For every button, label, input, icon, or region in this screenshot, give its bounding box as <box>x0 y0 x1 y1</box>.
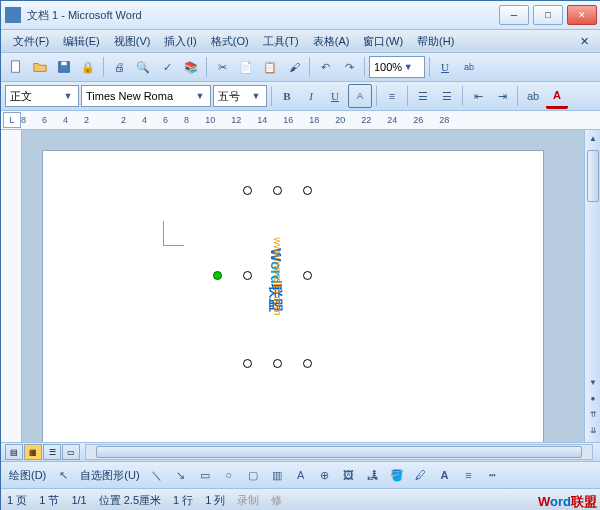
selection-handle-br[interactable] <box>303 359 312 368</box>
highlight-button[interactable]: ab <box>522 85 544 107</box>
next-page-icon[interactable]: ⇊ <box>585 422 600 438</box>
selection-handle-mr[interactable] <box>303 271 312 280</box>
horizontal-scrollbar[interactable] <box>85 444 593 460</box>
autoshapes-menu[interactable]: 自选图形(U) <box>76 468 143 483</box>
numbered-list-button[interactable]: ☰ <box>412 85 434 107</box>
bold-button[interactable]: B <box>276 85 298 107</box>
align-justify-button[interactable]: ≡ <box>381 85 403 107</box>
scroll-down-icon[interactable]: ▼ <box>585 374 600 390</box>
tab-selector[interactable]: L <box>3 112 21 128</box>
increase-indent-button[interactable]: ⇥ <box>491 85 513 107</box>
menu-help[interactable]: 帮助(H) <box>411 32 460 51</box>
open-button[interactable] <box>29 56 51 78</box>
view-controls: ▤ ▦ ☰ ▭ <box>1 442 600 461</box>
fill-color-button[interactable]: 🪣 <box>386 464 408 486</box>
char-shading-button[interactable]: ab <box>458 56 480 78</box>
menu-tools[interactable]: 工具(T) <box>257 32 305 51</box>
maximize-button[interactable]: □ <box>533 5 563 25</box>
dash-style-button[interactable]: ┅ <box>482 464 504 486</box>
page: Word联盟 www.wordlm.com <box>42 150 544 442</box>
status-rev: 修 <box>271 493 282 508</box>
font-dropdown[interactable]: Times New Roma▼ <box>81 85 211 107</box>
new-doc-button[interactable] <box>5 56 27 78</box>
window-title: 文档 1 - Microsoft Word <box>27 8 499 23</box>
underline-quick-button[interactable]: U <box>434 56 456 78</box>
fontsize-dropdown[interactable]: 五号▼ <box>213 85 267 107</box>
selection-handle-tr[interactable] <box>303 186 312 195</box>
oval-button[interactable]: ○ <box>218 464 240 486</box>
outline-view-button[interactable]: ☰ <box>43 444 61 460</box>
status-pages: 1/1 <box>71 494 86 506</box>
scroll-up-icon[interactable]: ▲ <box>585 130 600 146</box>
line-button[interactable]: ＼ <box>146 464 168 486</box>
rectangle-button[interactable]: ▭ <box>194 464 216 486</box>
selection-handle-ml[interactable] <box>243 271 252 280</box>
print-preview-button[interactable]: 🔍 <box>132 56 154 78</box>
vertical-scrollbar[interactable]: ▲ ▼ ● ⇈ ⇊ <box>584 130 600 442</box>
rotation-handle[interactable] <box>213 271 222 280</box>
browse-object-icon[interactable]: ● <box>585 390 600 406</box>
font-color-draw-button[interactable]: A <box>434 464 456 486</box>
ruler-ticks: 8642246810121416182022242628 <box>21 115 449 125</box>
redo-button[interactable]: ↷ <box>338 56 360 78</box>
page-layout-view-button[interactable]: ▦ <box>24 444 42 460</box>
minimize-button[interactable]: ─ <box>499 5 529 25</box>
italic-button[interactable]: I <box>300 85 322 107</box>
menu-file[interactable]: 文件(F) <box>7 32 55 51</box>
horizontal-ruler[interactable]: L 8642246810121416182022242628 <box>1 111 600 130</box>
font-color-button[interactable]: A <box>546 84 568 109</box>
hscroll-thumb[interactable] <box>96 446 582 458</box>
diagram-button[interactable]: ⊕ <box>314 464 336 486</box>
undo-button[interactable]: ↶ <box>314 56 336 78</box>
reading-view-button[interactable]: ▭ <box>62 444 80 460</box>
svg-rect-2 <box>61 62 66 66</box>
document-canvas[interactable]: Word联盟 www.wordlm.com 图片 ▼✕ 🖼 ◧ ◐ ◑ ☀ ✱ … <box>22 130 600 442</box>
decrease-indent-button[interactable]: ⇤ <box>467 85 489 107</box>
prev-page-icon[interactable]: ⇈ <box>585 406 600 422</box>
app-window: 文档 1 - Microsoft Word ─ □ ✕ 文件(F) 编辑(E) … <box>0 0 600 510</box>
vertical-textbox-button[interactable]: ▥ <box>266 464 288 486</box>
select-objects-button[interactable]: ↖ <box>52 464 74 486</box>
menu-table[interactable]: 表格(A) <box>307 32 356 51</box>
standard-toolbar: 🔒 🖨 🔍 ✓ 📚 ✂ 📄 📋 🖌 ↶ ↷ 100%▼ U ab <box>1 53 600 82</box>
vertical-ruler[interactable] <box>1 130 22 442</box>
menu-insert[interactable]: 插入(I) <box>158 32 202 51</box>
clipart-button[interactable]: 🖼 <box>338 464 360 486</box>
spelling-button[interactable]: ✓ <box>156 56 178 78</box>
format-painter-button[interactable]: 🖌 <box>283 56 305 78</box>
menu-format[interactable]: 格式(O) <box>205 32 255 51</box>
zoom-dropdown[interactable]: 100%▼ <box>369 56 425 78</box>
menu-view[interactable]: 视图(V) <box>108 32 157 51</box>
bullet-list-button[interactable]: ☰ <box>436 85 458 107</box>
line-color-button[interactable]: 🖊 <box>410 464 432 486</box>
insert-picture-draw-button[interactable]: 🏞 <box>362 464 384 486</box>
paste-button[interactable]: 📋 <box>259 56 281 78</box>
copy-button[interactable]: 📄 <box>235 56 257 78</box>
menu-close-doc[interactable]: ✕ <box>574 33 595 50</box>
formatting-toolbar: 正文▼ Times New Roma▼ 五号▼ B I U A ≡ ☰ ☰ ⇤ … <box>1 82 600 111</box>
wordart-button[interactable]: A <box>290 464 312 486</box>
close-button[interactable]: ✕ <box>567 5 597 25</box>
permissions-button[interactable]: 🔒 <box>77 56 99 78</box>
status-line: 1 行 <box>173 493 193 508</box>
textbox-button[interactable]: ▢ <box>242 464 264 486</box>
save-button[interactable] <box>53 56 75 78</box>
menu-window[interactable]: 窗口(W) <box>357 32 409 51</box>
print-button[interactable]: 🖨 <box>108 56 130 78</box>
line-style-draw-button[interactable]: ≡ <box>458 464 480 486</box>
draw-menu[interactable]: 绘图(D) <box>5 468 50 483</box>
underline-button[interactable]: U <box>324 85 346 107</box>
normal-view-button[interactable]: ▤ <box>5 444 23 460</box>
selection-handle-bm[interactable] <box>273 359 282 368</box>
char-border-button[interactable]: A <box>348 84 372 108</box>
research-button[interactable]: 📚 <box>180 56 202 78</box>
selection-handle-tl[interactable] <box>243 186 252 195</box>
arrow-button[interactable]: ↘ <box>170 464 192 486</box>
menu-edit[interactable]: 编辑(E) <box>57 32 106 51</box>
selection-handle-tm[interactable] <box>273 186 282 195</box>
selection-handle-bl[interactable] <box>243 359 252 368</box>
overlay-watermark: Word联盟 <box>538 493 597 510</box>
scroll-thumb[interactable] <box>587 150 599 202</box>
cut-button[interactable]: ✂ <box>211 56 233 78</box>
style-dropdown[interactable]: 正文▼ <box>5 85 79 107</box>
